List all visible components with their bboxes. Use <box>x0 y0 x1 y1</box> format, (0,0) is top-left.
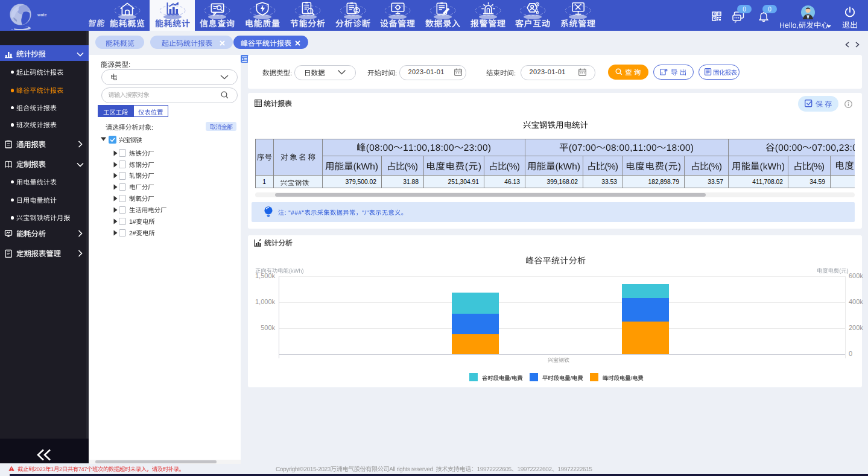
svg-text:x: x <box>661 71 663 74</box>
